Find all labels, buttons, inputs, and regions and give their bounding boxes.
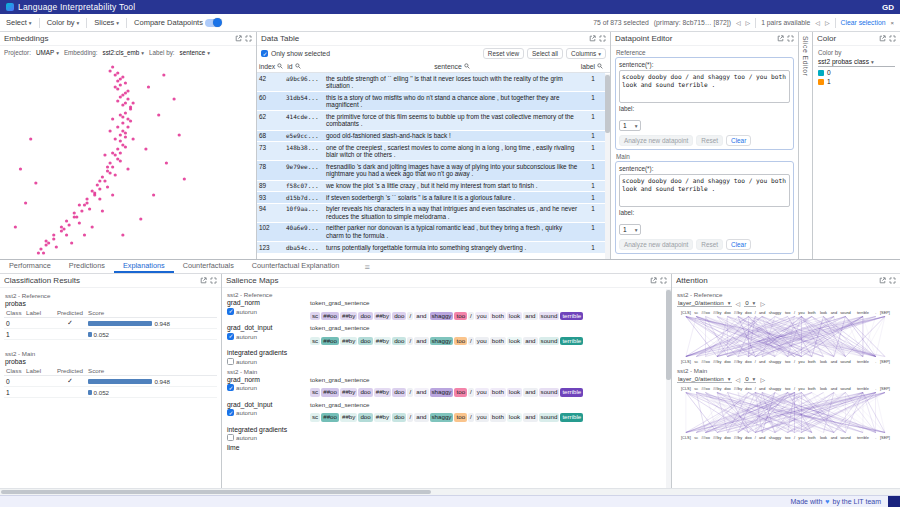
salience-token[interactable]: sound <box>539 413 560 422</box>
tab-counterfactual-explanation[interactable]: Counterfactual Explanation <box>243 260 349 273</box>
table-row[interactable]: 89f58c07...we know the plot 's a little … <box>257 181 605 193</box>
salience-token[interactable]: sc <box>310 337 320 346</box>
embedding-point[interactable] <box>116 99 119 102</box>
salience-token[interactable]: ##by <box>374 337 391 346</box>
embedding-point[interactable] <box>124 101 127 104</box>
attention-layer-select[interactable]: layer_0/attention▾ <box>677 299 732 307</box>
reset-view-button[interactable]: Reset view <box>483 48 524 59</box>
embedding-point[interactable] <box>183 177 186 180</box>
salience-token[interactable]: both <box>490 312 506 321</box>
salience-token[interactable]: you <box>475 413 489 422</box>
salience-token[interactable]: and <box>523 312 537 321</box>
embedding-point[interactable] <box>34 181 37 184</box>
embedding-point[interactable] <box>126 167 129 170</box>
column-header-index[interactable]: index <box>257 63 285 70</box>
embedding-point[interactable] <box>98 197 101 200</box>
attention-plot[interactable]: [CLS][CLS]scsc##oo##oo##by##bydoodoo##by… <box>676 308 895 365</box>
attention-head-select[interactable]: 0▾ <box>744 299 756 307</box>
salience-token[interactable]: shaggy <box>430 388 454 397</box>
column-header-label[interactable]: label <box>579 63 605 70</box>
embedding-point[interactable] <box>114 85 117 88</box>
autorun-control[interactable]: autorun <box>227 434 310 441</box>
autorun-control[interactable]: autorun <box>227 308 310 315</box>
salience-token[interactable]: and <box>523 413 537 422</box>
embedding-point[interactable] <box>119 83 122 86</box>
autorun-checkbox[interactable] <box>227 308 234 315</box>
embedding-point[interactable] <box>108 69 111 72</box>
salience-token[interactable]: / <box>468 337 474 346</box>
embedding-point[interactable] <box>103 153 106 156</box>
salience-scrollbar[interactable] <box>666 289 671 488</box>
scrollbar-thumb[interactable] <box>1 490 431 494</box>
table-row[interactable]: 789e79ee...fresnadillo 's dark and jolti… <box>257 161 605 180</box>
embedding-point[interactable] <box>44 239 47 242</box>
embedding-point[interactable] <box>119 77 122 80</box>
salience-token[interactable]: shaggy <box>430 312 454 321</box>
salience-token[interactable]: you <box>475 337 489 346</box>
autorun-control[interactable]: autorun <box>227 358 310 365</box>
table-row[interactable]: 123dba54c...turns potentially forgettabl… <box>257 242 605 254</box>
attention-head-select[interactable]: 0▾ <box>744 375 756 383</box>
prev-datapoint-button[interactable]: ◁ <box>736 19 741 26</box>
salience-token[interactable]: / <box>407 388 413 397</box>
embedding-point[interactable] <box>152 193 155 196</box>
salience-token[interactable]: ##oo <box>321 388 339 397</box>
embedding-point[interactable] <box>83 233 86 236</box>
embedding-point[interactable] <box>121 143 124 146</box>
salience-token[interactable]: look <box>507 388 522 397</box>
salience-token[interactable]: terrible <box>560 337 583 346</box>
prev-pair-button[interactable]: ◁ <box>815 19 820 26</box>
embedding-point[interactable] <box>129 119 132 122</box>
embedding-point[interactable] <box>124 131 127 134</box>
maximize-icon[interactable] <box>245 35 252 42</box>
popout-icon[interactable] <box>589 35 596 42</box>
embedding-point[interactable] <box>144 147 147 150</box>
embedding-point[interactable] <box>73 211 76 214</box>
head-prev-button[interactable]: ◁ <box>736 300 741 307</box>
table-row[interactable]: 62414cde...the primitive force of this f… <box>257 111 605 130</box>
sentence-input[interactable] <box>619 174 790 207</box>
embedding-point[interactable] <box>124 91 127 94</box>
embedding-point[interactable] <box>165 161 168 164</box>
embedding-point[interactable] <box>119 139 122 142</box>
embedding-point[interactable] <box>101 175 104 178</box>
salience-token[interactable]: too <box>454 337 467 346</box>
label-by-select[interactable]: sentence▾ <box>180 49 210 56</box>
projector-select[interactable]: UMAP▾ <box>36 49 59 56</box>
salience-token[interactable]: terrible <box>560 388 583 397</box>
select-menu[interactable]: Select▾ <box>6 18 32 27</box>
columns-button[interactable]: Columns▾ <box>566 48 606 59</box>
salience-token[interactable]: you <box>475 388 489 397</box>
clear-button[interactable]: Clear <box>726 239 751 250</box>
embedding-point[interactable] <box>60 229 63 232</box>
search-icon[interactable] <box>277 63 283 69</box>
column-header-sentence[interactable]: sentence <box>325 63 578 70</box>
embedding-point[interactable] <box>121 75 124 78</box>
table-row[interactable]: 9410f9aa...byler reveals his characters … <box>257 204 605 223</box>
attention-plot[interactable]: [CLS][CLS]scsc##oo##oo##by##bydoodoo##by… <box>676 384 895 441</box>
embedding-point[interactable] <box>108 161 111 164</box>
embedding-point[interactable] <box>91 225 94 228</box>
popout-icon[interactable] <box>777 35 784 42</box>
salience-token[interactable]: doo <box>392 388 406 397</box>
autorun-checkbox[interactable] <box>227 434 234 441</box>
salience-token[interactable]: sc <box>310 388 320 397</box>
embedding-point[interactable] <box>68 223 71 226</box>
color-by-select[interactable]: sst2 probas class ▾ <box>818 57 895 67</box>
search-icon[interactable] <box>597 63 603 69</box>
salience-token[interactable]: and <box>414 337 428 346</box>
slice-editor-tab[interactable]: Slice Editor <box>799 32 812 259</box>
embedding-point[interactable] <box>111 165 114 168</box>
embedding-point[interactable] <box>126 97 129 100</box>
salience-token[interactable]: / <box>468 312 474 321</box>
embedding-point[interactable] <box>108 171 111 174</box>
salience-token[interactable]: look <box>507 312 522 321</box>
salience-token[interactable]: ##by <box>340 337 357 346</box>
embedding-point[interactable] <box>119 113 122 116</box>
search-icon[interactable] <box>464 63 470 69</box>
salience-token[interactable]: both <box>490 413 506 422</box>
salience-token[interactable]: terrible <box>560 413 583 422</box>
embedding-point[interactable] <box>62 227 65 230</box>
salience-token[interactable]: doo <box>358 413 372 422</box>
embedding-point[interactable] <box>116 71 119 74</box>
